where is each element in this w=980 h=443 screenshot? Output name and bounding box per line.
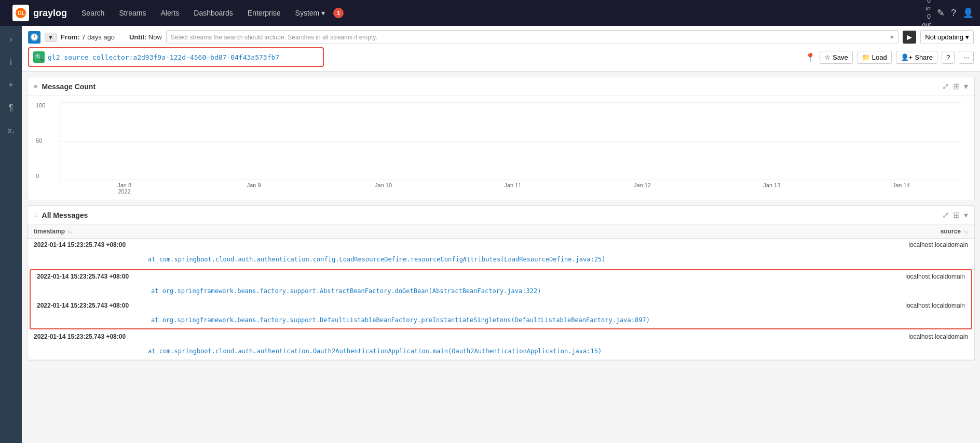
all-messages-widget: ≡ All Messages ⤢ ⊞ ▾ timestamp ↑↓ source… (27, 205, 975, 361)
th-timestamp[interactable]: timestamp ↑↓ (34, 228, 148, 235)
save-button[interactable]: ☆ Save (820, 51, 853, 64)
msg-timestamp-2: 2022-01-14 15:23:25.743 +08:00 (37, 273, 151, 280)
time-until-value: Now (148, 33, 162, 41)
nav-alerts[interactable]: Alerts (155, 6, 186, 20)
messages-widget-header: ≡ All Messages ⤢ ⊞ ▾ (28, 206, 974, 225)
not-updating-label: Not updating (925, 33, 963, 41)
query-text[interactable]: gl2_source_collector:a2d93f9a-122d-4560-… (48, 53, 279, 61)
navbar-right: 0 in 0 out ✎ ? 👤 (922, 0, 974, 29)
nav-enterprise[interactable]: Enterprise (241, 6, 287, 20)
table-row[interactable]: at org.springframework.beans.factory.sup… (31, 285, 971, 299)
chevron-down-icon[interactable]: ▾ (964, 81, 968, 91)
th-source[interactable]: source ↑↓ (875, 228, 968, 235)
sidebar-paragraph[interactable]: ¶ (2, 99, 20, 117)
widget-actions: ⤢ ⊞ ▾ (942, 81, 968, 91)
message-count-title: Message Count (42, 82, 938, 91)
nav-dashboards[interactable]: Dashboards (187, 6, 239, 20)
sidebar: › i + ¶ X₁ (0, 26, 22, 443)
time-from-value: 7 days ago (81, 33, 115, 41)
chart-y-labels: 100 50 0 (36, 102, 51, 179)
user-icon[interactable]: 👤 (962, 7, 974, 19)
msg-text-3b: at org.springframework.beans.factory.sup… (151, 316, 872, 324)
th-message (148, 228, 875, 235)
msg-source-4: localhost.localdomain (875, 333, 968, 340)
streams-dropdown-icon: ▾ (890, 33, 894, 41)
share-user-icon: 👤+ (901, 53, 913, 61)
widget-header-message-count: ≡ Message Count ⤢ ⊞ ▾ (28, 77, 974, 96)
table-row[interactable]: at org.springframework.beans.factory.sup… (31, 314, 971, 328)
nav-search[interactable]: Search (75, 6, 111, 20)
message-group-highlighted: 2022-01-14 15:23:25.743 +08:00 localhost… (30, 269, 972, 329)
messages-drag-handle[interactable]: ≡ (34, 211, 38, 219)
logo-icon: GL (12, 5, 29, 21)
notification-badge[interactable]: 1 (333, 8, 344, 18)
msg-timestamp-4: 2022-01-14 15:23:25.743 +08:00 (34, 333, 148, 340)
navbar: GL graylog Search Streams Alerts Dashboa… (0, 0, 980, 26)
pin-icon[interactable]: 📍 (805, 52, 815, 62)
sidebar-info[interactable]: i (2, 53, 20, 72)
search-row-1: 🕐 ▼ From: 7 days ago Until: Now Select s… (28, 30, 974, 44)
search-row-2: 🔍 gl2_source_collector:a2d93f9a-122d-456… (28, 47, 974, 67)
search-area: 🕐 ▼ From: 7 days ago Until: Now Select s… (22, 26, 980, 72)
play-button[interactable]: ▶ (903, 31, 916, 44)
main-content: 🕐 ▼ From: 7 days ago Until: Now Select s… (22, 26, 980, 443)
help-icon[interactable]: ? (951, 8, 956, 19)
main-layout: › i + ¶ X₁ 🕐 ▼ From: 7 days ago Until: N… (0, 26, 980, 443)
table-row[interactable]: at com.springboot.cloud.auth.authenticat… (28, 345, 974, 359)
time-dropdown-arrow[interactable]: ▼ (45, 33, 57, 42)
svg-text:GL: GL (18, 10, 25, 16)
table-row[interactable]: 2022-01-14 15:23:25.743 +08:00 localhost… (31, 299, 971, 314)
messages-layout-icon[interactable]: ⊞ (953, 210, 960, 220)
messages-chevron-icon[interactable]: ▾ (964, 210, 968, 220)
msg-text-5: at com.springboot.cloud.auth.authenticat… (148, 348, 875, 355)
msg-source-2: localhost.localdomain (872, 273, 965, 280)
io-out-value: 0 out (922, 13, 931, 29)
x-label-jan8: Jan 82022 (60, 182, 189, 195)
edit-icon[interactable]: ✎ (937, 7, 945, 19)
sidebar-subscript[interactable]: X₁ (2, 121, 20, 140)
x-label-jan12: Jan 12 (578, 182, 707, 195)
help-query-button[interactable]: ? (942, 51, 955, 64)
sort-timestamp-icon: ↑↓ (67, 229, 72, 234)
msg-source-3: localhost.localdomain (872, 302, 965, 309)
x-label-jan11: Jan 11 (448, 182, 577, 195)
message-group-4: 2022-01-14 15:23:25.743 +08:00 localhost… (28, 330, 974, 360)
load-folder-icon: 📁 (862, 53, 870, 61)
x-label-jan10: Jan 10 (319, 182, 448, 195)
query-box[interactable]: 🔍 gl2_source_collector:a2d93f9a-122d-456… (28, 47, 324, 67)
streams-placeholder: Select streams the search should include… (171, 34, 377, 41)
more-options-button[interactable]: ··· (959, 51, 974, 64)
drag-handle-icon[interactable]: ≡ (34, 82, 38, 90)
chart-area: 100 50 0 (28, 96, 974, 200)
share-button[interactable]: 👤+ Share (896, 51, 937, 64)
sidebar-collapse[interactable]: › (2, 30, 20, 49)
save-star-icon: ☆ (824, 53, 831, 61)
chart-x-labels: Jan 82022 Jan 9 Jan 10 Jan 11 Jan 12 Jan… (60, 182, 966, 195)
expand-icon[interactable]: ⤢ (942, 81, 949, 91)
streams-select[interactable]: Select streams the search should include… (166, 30, 899, 44)
table-header: timestamp ↑↓ source ↑↓ (28, 225, 974, 239)
msg-source-1: localhost.localdomain (875, 241, 968, 248)
chart-bars (60, 102, 962, 179)
load-button[interactable]: 📁 Load (857, 51, 892, 64)
not-updating-dropdown: ▾ (965, 33, 969, 41)
messages-expand-icon[interactable]: ⤢ (942, 210, 949, 220)
query-search-icon: 🔍 (33, 51, 45, 63)
nav-streams[interactable]: Streams (113, 6, 152, 20)
y-label-50: 50 (36, 137, 51, 144)
messages-widget-actions: ⤢ ⊞ ▾ (942, 210, 968, 220)
table-row[interactable]: 2022-01-14 15:23:25.743 +08:00 localhost… (28, 330, 974, 345)
table-row[interactable]: 2022-01-14 15:23:25.743 +08:00 localhost… (28, 239, 974, 253)
nav-system[interactable]: System ▾ (289, 6, 332, 20)
table-row[interactable]: at com.springboot.cloud.auth.authenticat… (28, 253, 974, 268)
gridline-0 (60, 179, 962, 180)
not-updating-button[interactable]: Not updating ▾ (920, 30, 974, 44)
all-messages-title: All Messages (42, 211, 938, 219)
chart-inner (60, 102, 962, 180)
msg-timestamp-3: 2022-01-14 15:23:25.743 +08:00 (37, 302, 151, 309)
table-row[interactable]: 2022-01-14 15:23:25.743 +08:00 localhost… (31, 270, 971, 285)
sidebar-add[interactable]: + (2, 76, 20, 94)
io-stats: 0 in 0 out (922, 0, 931, 29)
time-icon[interactable]: 🕐 (28, 31, 40, 44)
layout-icon[interactable]: ⊞ (953, 81, 960, 91)
